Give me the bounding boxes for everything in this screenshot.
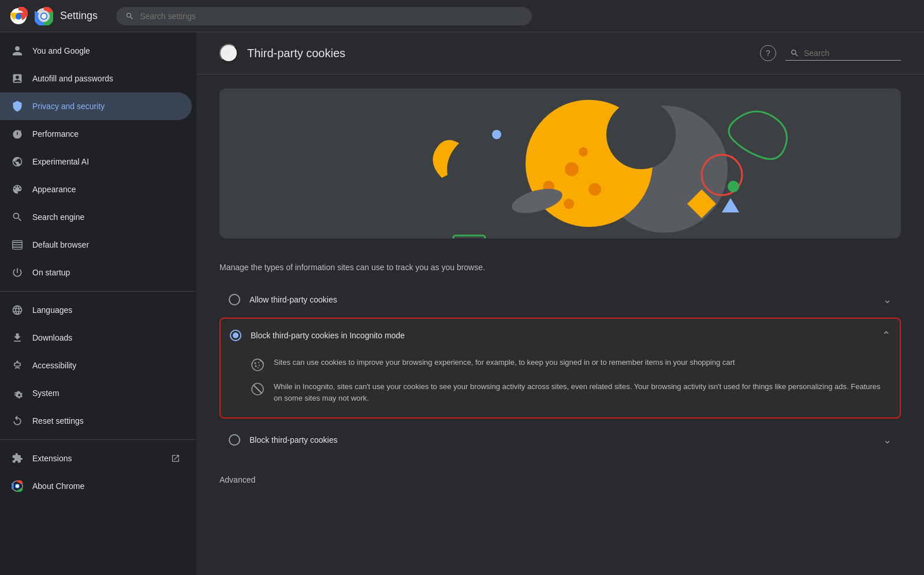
chrome-icon [35, 7, 53, 25]
description-text: Manage the types of information sites ca… [196, 252, 924, 283]
sidebar-item-experimental-ai[interactable]: Experimental AI [0, 148, 192, 176]
back-button[interactable] [219, 44, 238, 62]
option-allow-cookies[interactable]: Allow third-party cookies ⌄ [219, 283, 901, 316]
sidebar-label-about-chrome: About Chrome [32, 481, 180, 491]
detail-text-incognito: While in Incognito, sites can't use your… [274, 381, 891, 404]
sidebar-item-search-engine[interactable]: Search engine [0, 203, 192, 231]
logo-area: Settings [9, 7, 98, 25]
svg-point-20 [564, 199, 574, 209]
search-icon [125, 12, 134, 21]
reset-icon [12, 415, 23, 427]
option-block-incognito-details: Sites can use cookies to improve your br… [221, 352, 900, 417]
incognito-detail-icon [251, 382, 264, 396]
content-header-right: ? [760, 45, 901, 61]
sidebar-item-about-chrome[interactable]: About Chrome [0, 472, 192, 500]
options-list: Allow third-party cookies ⌄ Block third-… [196, 283, 924, 457]
sidebar: You and Google Autofill and passwords Pr… [0, 32, 196, 575]
option-allow-left: Allow third-party cookies [229, 294, 337, 305]
option-block-incognito-left: Block third-party cookies in Incognito m… [230, 330, 405, 341]
option-block-incognito-label: Block third-party cookies in Incognito m… [251, 331, 405, 340]
svg-point-28 [255, 363, 256, 364]
sidebar-item-performance[interactable]: Performance [0, 120, 192, 148]
sidebar-label-search-engine: Search engine [32, 212, 180, 222]
detail-text-cookie: Sites can use cookies to improve your br… [274, 357, 735, 368]
system-icon [12, 387, 23, 399]
performance-icon [12, 128, 23, 140]
app-header: Settings [0, 0, 924, 32]
svg-point-6 [42, 13, 47, 18]
sidebar-divider-2 [0, 439, 196, 440]
sidebar-label-languages: Languages [32, 305, 180, 315]
search-engine-icon [12, 211, 23, 223]
header-search-box[interactable] [116, 7, 532, 25]
sidebar-item-appearance[interactable]: Appearance [0, 176, 192, 203]
option-block-all-label: Block third-party cookies [249, 435, 338, 445]
sidebar-item-privacy[interactable]: Privacy and security [0, 92, 192, 120]
option-block-incognito-chevron: ⌃ [882, 329, 891, 342]
content-search-icon [790, 48, 799, 58]
sidebar-label-reset-settings: Reset settings [32, 416, 180, 425]
svg-point-19 [588, 183, 601, 196]
option-block-all[interactable]: Block third-party cookies ⌄ [219, 423, 901, 457]
svg-point-22 [492, 130, 501, 139]
svg-point-26 [728, 181, 739, 192]
ai-icon [12, 156, 23, 167]
content-header-left: Third-party cookies [219, 44, 345, 62]
browser-icon [12, 239, 23, 251]
sidebar-item-extensions[interactable]: Extensions [0, 445, 192, 472]
accessibility-icon [12, 360, 23, 371]
sidebar-divider-1 [0, 291, 196, 292]
sidebar-label-downloads: Downloads [32, 333, 180, 342]
sidebar-item-reset-settings[interactable]: Reset settings [0, 407, 192, 435]
sidebar-item-default-browser[interactable]: Default browser [0, 231, 192, 259]
sidebar-label-you-and-google: You and Google [32, 46, 180, 55]
content-search-input[interactable] [804, 48, 896, 58]
cookie-illustration [219, 88, 901, 238]
sidebar-item-languages[interactable]: Languages [0, 296, 192, 324]
option-block-incognito-radio[interactable] [230, 330, 241, 341]
svg-point-12 [16, 484, 19, 488]
chrome-logo-icon [9, 7, 28, 25]
sidebar-label-appearance: Appearance [32, 185, 180, 194]
svg-point-17 [565, 162, 579, 176]
content-area: Third-party cookies ? [196, 32, 924, 575]
option-allow-chevron: ⌄ [883, 293, 892, 306]
shield-icon [12, 100, 23, 112]
cookie-detail-icon [251, 358, 264, 372]
option-block-incognito[interactable]: Block third-party cookies in Incognito m… [219, 318, 901, 419]
extensions-icon [12, 453, 23, 464]
svg-point-2 [16, 13, 21, 19]
option-block-all-chevron: ⌄ [883, 434, 892, 446]
external-link-icon [171, 454, 180, 463]
person-icon [12, 45, 23, 57]
sidebar-label-experimental-ai: Experimental AI [32, 157, 180, 166]
sidebar-item-autofill[interactable]: Autofill and passwords [0, 65, 192, 92]
sidebar-item-downloads[interactable]: Downloads [0, 324, 192, 352]
svg-line-34 [254, 385, 262, 393]
content-search-box[interactable] [785, 46, 901, 61]
detail-row-cookie: Sites can use cookies to improve your br… [251, 352, 891, 376]
option-allow-radio[interactable] [229, 294, 240, 305]
autofill-icon [12, 73, 23, 84]
about-chrome-icon [12, 480, 23, 492]
svg-point-21 [579, 147, 588, 156]
header-search-input[interactable] [140, 12, 523, 21]
svg-point-30 [255, 365, 257, 367]
sidebar-label-autofill: Autofill and passwords [32, 74, 180, 83]
app-title: Settings [60, 10, 98, 22]
help-button[interactable]: ? [760, 45, 776, 61]
detail-row-incognito: While in Incognito, sites can't use your… [251, 376, 891, 408]
sidebar-item-on-startup[interactable]: On startup [0, 259, 192, 286]
option-block-all-radio[interactable] [229, 434, 240, 446]
sidebar-label-on-startup: On startup [32, 268, 180, 277]
sidebar-item-you-and-google[interactable]: You and Google [0, 37, 192, 65]
languages-icon [12, 304, 23, 316]
appearance-icon [12, 184, 23, 195]
svg-point-32 [258, 367, 259, 368]
sidebar-label-privacy: Privacy and security [32, 102, 180, 111]
sidebar-item-accessibility[interactable]: Accessibility [0, 352, 192, 379]
sidebar-label-accessibility: Accessibility [32, 361, 180, 370]
sidebar-item-system[interactable]: System [0, 379, 192, 407]
option-block-incognito-main: Block third-party cookies in Incognito m… [221, 319, 900, 352]
svg-point-29 [258, 362, 259, 363]
